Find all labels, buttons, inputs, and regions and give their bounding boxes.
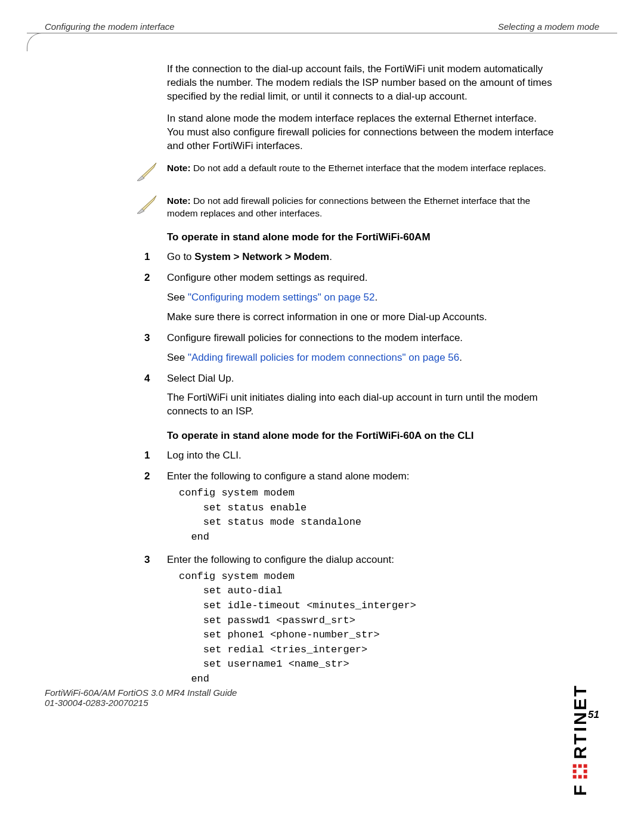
- step-2: Configure other modem settings as requir…: [167, 271, 555, 324]
- header-rule: [27, 33, 617, 33]
- logo-dotgrid-icon: [573, 764, 587, 778]
- step-3: Configure firewall policies for connecti…: [167, 332, 555, 365]
- step-2-extra: Make sure there is correct information i…: [167, 311, 555, 324]
- step-3-text: Configure firewall policies for connecti…: [167, 332, 463, 343]
- note-label: Note:: [167, 163, 191, 173]
- see-post: .: [459, 352, 462, 363]
- nav-path: System > Network > Modem: [194, 251, 329, 262]
- note-icon: [136, 162, 160, 186]
- body-content: If the connection to the dial-up account…: [167, 63, 555, 695]
- see-pre: See: [167, 292, 188, 303]
- note-2-body: Do not add firewall policies for connect…: [167, 196, 530, 219]
- intro-para-2: In stand alone mode the modem interface …: [167, 112, 555, 153]
- cli-step-2: Enter the following to configure a stand…: [167, 470, 555, 545]
- header-left: Configuring the modem interface: [45, 21, 175, 32]
- note-icon: [136, 194, 160, 219]
- note-2-text: Note: Do not add firewall policies for c…: [167, 194, 555, 220]
- step-1: Go to System > Network > Modem.: [167, 250, 555, 264]
- see-post: .: [375, 292, 378, 303]
- note-2: Note: Do not add firewall policies for c…: [136, 194, 555, 220]
- step-4-text: Select Dial Up.: [167, 373, 234, 384]
- note-1-body: Do not add a default route to the Ethern…: [191, 163, 546, 173]
- cli-step-1-text: Log into the CLI.: [167, 450, 242, 461]
- note-1-text: Note: Do not add a default route to the …: [167, 162, 546, 175]
- page: Configuring the modem interface Selectin…: [0, 0, 644, 833]
- header-right: Selecting a modem mode: [498, 21, 599, 32]
- note-1: Note: Do not add a default route to the …: [136, 162, 555, 186]
- step-4-extra: The FortiWiFi unit initiates dialing int…: [167, 391, 555, 419]
- section1-steps: Go to System > Network > Modem. Configur…: [167, 250, 555, 419]
- cli-step-3: Enter the following to configure the dia…: [167, 553, 555, 687]
- section2-steps: Log into the CLI. Enter the following to…: [167, 449, 555, 687]
- note-label: Note:: [167, 196, 191, 206]
- cli-code-block-1: config system modem set status enable se…: [179, 486, 555, 545]
- cli-step-1: Log into the CLI.: [167, 449, 555, 463]
- intro-para-1: If the connection to the dial-up account…: [167, 63, 555, 104]
- footer: FortiWiFi-60A/AM FortiOS 3.0 MR4 Install…: [45, 688, 599, 708]
- cli-step-2-text: Enter the following to configure a stand…: [167, 470, 409, 482]
- link-adding-firewall-policies[interactable]: "Adding firewall policies for modem conn…: [188, 352, 459, 363]
- cli-code-block-2: config system modem set auto-dial set id…: [179, 569, 555, 687]
- step-4: Select Dial Up. The FortiWiFi unit initi…: [167, 372, 555, 419]
- step-1-post: .: [329, 251, 332, 262]
- page-number: 51: [588, 709, 599, 721]
- link-configuring-modem-settings[interactable]: "Configuring modem settings" on page 52: [188, 292, 375, 303]
- step-1-pre: Go to: [167, 251, 194, 262]
- step-2-text: Configure other modem settings as requir…: [167, 272, 367, 283]
- see-pre: See: [167, 352, 188, 363]
- section2-title: To operate in stand alone mode for the F…: [167, 429, 555, 443]
- section1-title: To operate in stand alone mode for the F…: [167, 231, 555, 244]
- footer-line-1: FortiWiFi-60A/AM FortiOS 3.0 MR4 Install…: [45, 688, 599, 698]
- corner-arc: [27, 33, 45, 51]
- cli-step-3-text: Enter the following to configure the dia…: [167, 554, 394, 565]
- footer-line-2: 01-30004-0283-20070215: [45, 698, 599, 708]
